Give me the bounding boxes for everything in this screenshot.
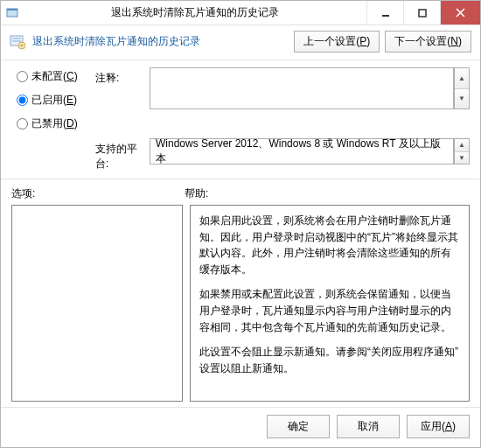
ok-button[interactable]: 确定 — [267, 415, 330, 438]
radio-disabled[interactable]: 已禁用(D) — [17, 116, 95, 131]
scroll-up-icon[interactable]: ▲ — [455, 68, 469, 89]
dialog-footer: 确定 取消 应用(A) — [1, 407, 480, 447]
state-radiogroup: 未配置(C) 已启用(E) 已禁用(D) — [17, 67, 95, 131]
radio-not-configured-input[interactable] — [17, 71, 28, 82]
options-pane[interactable] — [11, 205, 183, 402]
radio-enabled-label: 已启用(E) — [31, 93, 77, 108]
svg-rect-3 — [419, 10, 426, 17]
platform-label: 支持的平台: — [95, 138, 150, 172]
radio-not-configured[interactable]: 未配置(C) — [17, 69, 95, 84]
help-paragraph: 如果禁用或未配置此设置，则系统会保留通知，以便当用户登录时，瓦片通知显示内容与用… — [199, 286, 460, 335]
close-button[interactable] — [440, 1, 480, 24]
comment-scrollbar[interactable]: ▲ ▼ — [454, 67, 470, 109]
titlebar: 退出系统时清除瓦片通知的历史记录 — [1, 1, 480, 25]
scroll-down-icon[interactable]: ▼ — [455, 152, 469, 164]
platform-scrollbar[interactable]: ▲ ▼ — [454, 138, 470, 164]
minimize-button[interactable] — [366, 1, 403, 24]
scroll-up-icon[interactable]: ▲ — [455, 139, 469, 152]
group-policy-editor-dialog: 退出系统时清除瓦片通知的历史记录 退出系统时清除瓦片通知的历史记录 — [0, 0, 481, 448]
maximize-button[interactable] — [403, 1, 440, 24]
window-controls — [366, 1, 480, 24]
help-pane[interactable]: 如果启用此设置，则系统将会在用户注销时删除瓦片通知。因此，用户登录时启动视图中的… — [190, 205, 470, 402]
details-section: 选项: 帮助: 如果启用此设置，则系统将会在用户注销时删除瓦片通知。因此，用户登… — [1, 179, 480, 407]
radio-not-configured-label: 未配置(C) — [31, 69, 78, 84]
help-paragraph: 如果启用此设置，则系统将会在用户注销时删除瓦片通知。因此，用户登录时启动视图中的… — [199, 213, 460, 277]
radio-enabled-input[interactable] — [17, 94, 28, 106]
help-paragraph: 此设置不会阻止显示新通知。请参阅“关闭应用程序通知”设置以阻止新通知。 — [199, 344, 460, 376]
radio-disabled-label: 已禁用(D) — [31, 116, 78, 131]
platform-textbox: Windows Server 2012、Windows 8 或 Windows … — [150, 138, 454, 164]
svg-rect-6 — [12, 40, 21, 42]
options-label: 选项: — [11, 186, 185, 201]
policy-icon — [10, 34, 25, 50]
svg-rect-5 — [12, 38, 21, 39]
window-title: 退出系统时清除瓦片通知的历史记录 — [24, 1, 366, 24]
next-setting-button[interactable]: 下一个设置(N) — [385, 31, 471, 52]
help-label: 帮助: — [185, 186, 470, 201]
policy-title: 退出系统时清除瓦片通知的历史记录 — [32, 34, 287, 49]
app-icon — [1, 1, 24, 24]
apply-button[interactable]: 应用(A) — [407, 415, 470, 438]
comment-label: 注释: — [95, 67, 150, 86]
svg-rect-1 — [7, 9, 17, 10]
comment-textarea[interactable] — [150, 67, 454, 109]
radio-enabled[interactable]: 已启用(E) — [17, 93, 95, 108]
scroll-down-icon[interactable]: ▼ — [455, 89, 469, 109]
configuration-section: 未配置(C) 已启用(E) 已禁用(D) 注释: ▲ ▼ 支持的平台: Wind… — [1, 60, 480, 179]
previous-setting-button[interactable]: 上一个设置(P) — [294, 31, 380, 52]
radio-disabled-input[interactable] — [17, 118, 28, 130]
policy-header: 退出系统时清除瓦片通知的历史记录 上一个设置(P) 下一个设置(N) — [1, 25, 480, 60]
svg-rect-2 — [382, 15, 389, 17]
cancel-button[interactable]: 取消 — [337, 415, 400, 438]
